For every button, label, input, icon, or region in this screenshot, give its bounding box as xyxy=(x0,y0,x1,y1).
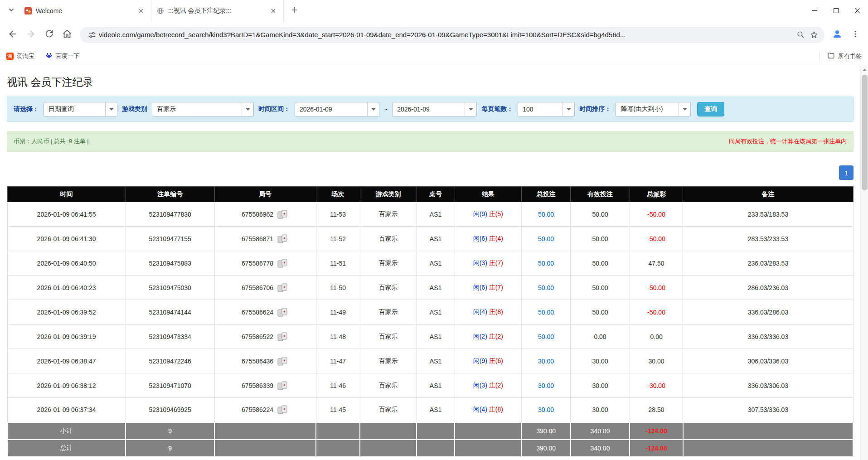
minimize-button[interactable] xyxy=(804,0,825,22)
close-icon xyxy=(855,7,860,15)
header-total-bet: 总投注 xyxy=(521,187,570,202)
back-button[interactable] xyxy=(5,27,21,43)
tab-search-button[interactable] xyxy=(4,3,19,19)
subtotal-payout: -124.00 xyxy=(630,422,683,440)
cell-valid-bet: 50.00 xyxy=(571,276,630,300)
cell-total-bet: 30.00 xyxy=(521,398,570,422)
cell-total-bet: 50.00 xyxy=(521,202,570,227)
new-tab-button[interactable] xyxy=(287,4,302,18)
scroll-up-arrow-icon[interactable] xyxy=(861,66,868,73)
search-button[interactable]: 查询 xyxy=(697,102,724,116)
header-bet-id: 注单编号 xyxy=(126,187,214,202)
browser-menu-button[interactable] xyxy=(847,27,863,43)
game-result-cards-icon[interactable] xyxy=(277,405,289,415)
per-page-dropdown[interactable]: 100 xyxy=(518,102,575,116)
cell-game-kind: 百家乐 xyxy=(360,398,417,422)
game-result-cards-icon[interactable] xyxy=(277,356,289,366)
cell-result: 闲(3) 庄(7) xyxy=(455,251,521,276)
cell-result: 闲(3) 庄(2) xyxy=(455,373,521,398)
table-header-row: 时间 注单编号 局号 场次 游戏类别 桌号 结果 总投注 有效投注 总派彩 备注 xyxy=(7,187,853,202)
table-row: 2026-01-09 06:40:23 523109475030 6755867… xyxy=(7,276,853,300)
chevron-down-icon[interactable] xyxy=(679,102,690,116)
filter-bar: 请选择： 日期查询 游戏类别 百家乐 时间区间： 2026-01-09 ~ 20… xyxy=(7,97,853,122)
subtotal-empty xyxy=(214,422,316,440)
game-result-cards-icon[interactable] xyxy=(277,258,289,268)
navigation-bar: videoie.com/game/betrecord_search/kind3?… xyxy=(0,22,868,47)
result-player: 闲(2) xyxy=(473,333,487,340)
sort-dropdown[interactable]: 降幂(由大到小) xyxy=(616,102,691,116)
game-result-cards-icon[interactable] xyxy=(277,381,289,391)
subtotal-count: 9 xyxy=(126,422,214,440)
cell-total-bet: 30.00 xyxy=(521,349,570,373)
chevron-down-icon[interactable] xyxy=(105,102,117,116)
maximize-button[interactable] xyxy=(825,0,847,22)
result-player: 闲(3) xyxy=(473,382,487,389)
tab-close-icon[interactable] xyxy=(136,6,145,15)
date-end-dropdown[interactable]: 2026-01-09 xyxy=(392,102,477,116)
close-window-button[interactable] xyxy=(847,0,868,22)
game-result-cards-icon[interactable] xyxy=(277,234,289,244)
cell-payout: 28.50 xyxy=(630,398,683,422)
tab-betrecord[interactable]: :::视讯 会员下注纪录::: xyxy=(151,0,284,22)
records-tbody: 2026-01-09 06:41:55 523109477830 6755869… xyxy=(7,202,853,422)
vertical-scrollbar[interactable] xyxy=(860,66,868,460)
cell-game-kind: 百家乐 xyxy=(360,349,417,373)
game-kind-dropdown[interactable]: 百家乐 xyxy=(152,102,254,116)
bookmarks-bar: 淘 爱淘宝 百度一下 所有书签 xyxy=(0,47,868,65)
zoom-icon[interactable] xyxy=(794,28,807,42)
page-1-button[interactable]: 1 xyxy=(839,165,853,180)
round-number: 675586339 xyxy=(242,382,273,389)
cell-round: 675586436 xyxy=(214,349,316,373)
url-text[interactable]: videoie.com/game/betrecord_search/kind3?… xyxy=(99,31,794,39)
cell-total-bet: 50.00 xyxy=(521,251,570,276)
profile-avatar[interactable] xyxy=(829,27,845,43)
taobao-icon: 淘 xyxy=(6,53,14,60)
maximize-icon xyxy=(834,7,839,15)
tab-close-icon[interactable] xyxy=(269,6,278,15)
scrollbar-thumb[interactable] xyxy=(862,75,868,190)
cell-bet-id: 523109475883 xyxy=(126,251,214,276)
bookmark-baidu[interactable]: 百度一下 xyxy=(45,52,79,60)
bookmark-aitaobao[interactable]: 淘 爱淘宝 xyxy=(6,52,34,60)
bookmark-star-icon[interactable] xyxy=(807,28,821,42)
subtotal-row: 小计 9 390.00 340.00 -124.00 xyxy=(7,422,853,440)
result-player: 闲(4) xyxy=(473,406,487,413)
plus-icon xyxy=(291,7,298,15)
cell-bet-id: 523109473334 xyxy=(126,324,214,349)
cell-valid-bet: 30.00 xyxy=(571,398,630,422)
cell-session: 11-45 xyxy=(316,398,360,422)
cell-time: 2026-01-09 06:40:50 xyxy=(7,251,126,276)
cell-time: 2026-01-09 06:39:19 xyxy=(7,324,126,349)
cell-note: 307.53/336.03 xyxy=(683,398,853,422)
bookmark-label: 爱淘宝 xyxy=(17,52,34,60)
forward-button[interactable] xyxy=(23,27,39,43)
minimize-icon xyxy=(812,7,817,15)
query-type-dropdown[interactable]: 日期查询 xyxy=(44,102,117,116)
game-result-cards-icon[interactable] xyxy=(277,283,289,293)
subtotal-empty xyxy=(455,422,521,440)
result-banker: 庄(2) xyxy=(489,382,503,389)
table-row: 2026-01-09 06:38:12 523109471070 6755863… xyxy=(7,373,853,398)
address-bar[interactable]: videoie.com/game/betrecord_search/kind3?… xyxy=(80,27,824,43)
site-settings-icon[interactable] xyxy=(85,28,99,42)
game-result-cards-icon[interactable] xyxy=(277,307,289,317)
chevron-down-icon[interactable] xyxy=(242,102,253,116)
chevron-down-icon[interactable] xyxy=(367,102,379,116)
game-result-cards-icon[interactable] xyxy=(277,332,289,342)
game-result-cards-icon[interactable] xyxy=(277,209,289,219)
result-player: 闲(6) xyxy=(473,284,487,291)
cell-bet-id: 523109475030 xyxy=(126,276,214,300)
cell-round: 675586224 xyxy=(214,398,316,422)
date-start-dropdown[interactable]: 2026-01-09 xyxy=(295,102,379,116)
cell-table-no: AS1 xyxy=(417,202,455,227)
all-bookmarks-button[interactable]: 所有书签 xyxy=(820,51,862,61)
tab-welcome[interactable]: Welcome xyxy=(19,0,151,22)
home-button[interactable] xyxy=(59,27,75,43)
tab-title: Welcome xyxy=(36,7,132,15)
cell-round: 675586522 xyxy=(214,324,316,349)
reload-button[interactable] xyxy=(41,27,57,43)
cell-valid-bet: 50.00 xyxy=(571,227,630,251)
chevron-down-icon[interactable] xyxy=(563,102,574,116)
chevron-down-icon[interactable] xyxy=(465,102,476,116)
subtotal-label: 小计 xyxy=(7,422,126,440)
